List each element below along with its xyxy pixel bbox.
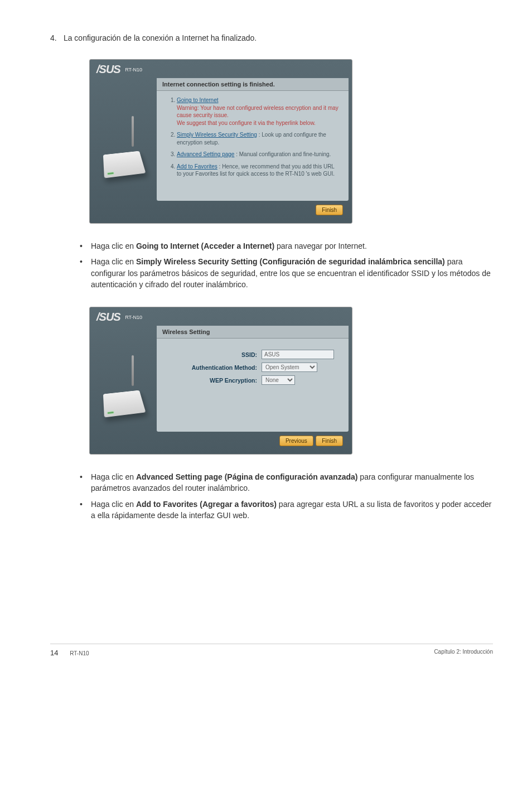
bullet-bold: Going to Internet (Acceder a Internet) (136, 241, 274, 250)
bullet-item: Haga clic en Simply Wireless Security Se… (75, 256, 493, 290)
bullet-item: Haga clic en Going to Internet (Acceder … (75, 240, 493, 252)
tab-header-1: Internet connection setting is finished. (157, 78, 349, 91)
add-to-favorites-link[interactable]: Add to Favorites (177, 163, 217, 170)
device-image-area (90, 78, 157, 223)
brand-logo: /SUS (96, 63, 120, 76)
bullet-bold: Advanced Setting page (Página de configu… (136, 472, 358, 481)
page-footer: 14 RT-N10 Capítulo 2: Introducción (50, 644, 493, 657)
model-label: RT-N10 (125, 315, 142, 320)
wireless-form: SSID: Authentication Method: Open System (157, 339, 349, 410)
list-item: Add to Favorites : Hence, we recommend t… (177, 163, 340, 178)
router-panel-1: /SUS RT-N10 Internet connection setting … (89, 59, 352, 224)
footer-left: 14 RT-N10 (50, 649, 89, 657)
bullet-bold: Simply Wireless Security Setting (Config… (136, 257, 445, 266)
content-box-2: Wireless Setting SSID: Authentication Me… (157, 326, 349, 432)
wireless-security-link[interactable]: Simply Wireless Security Setting (177, 132, 257, 138)
warning-text: Warning: Your have not configured wirele… (177, 104, 340, 119)
bullet-item: Haga clic en Add to Favorites (Agregar a… (75, 499, 493, 521)
step-text: La configuración de la conexión a Intern… (64, 33, 257, 42)
footer-right: Capítulo 2: Introducción (434, 649, 493, 657)
step-number: 4. (50, 33, 61, 42)
list-item: Simply Wireless Security Setting : Look … (177, 131, 340, 146)
bullet-bold: Add to Favorites (Agregar a favoritos) (136, 500, 277, 509)
list-item-tail: : Manual configuration and fine-tuning. (234, 151, 331, 157)
panel-logo: /SUS RT-N10 (90, 60, 352, 78)
router-icon (98, 116, 148, 183)
button-row: Previous Finish (157, 432, 349, 451)
router-panel-2: /SUS RT-N10 Wireless Setting SSID: (89, 307, 352, 455)
bullet-pre: Haga clic en (91, 472, 136, 481)
screenshot-1: /SUS RT-N10 Internet connection setting … (89, 59, 493, 224)
device-image-area (90, 326, 157, 454)
product-name: RT-N10 (70, 650, 89, 656)
bullet-pre: Haga clic en (91, 257, 136, 266)
list-item: Going to Internet Warning: Your have not… (177, 96, 340, 127)
finish-button[interactable]: Finish (316, 205, 343, 215)
tab-header-2: Wireless Setting (157, 326, 349, 339)
bullet-item: Haga clic en Advanced Setting page (Pági… (75, 471, 493, 494)
finish-button[interactable]: Finish (316, 436, 343, 446)
bullet-post: para navegar por Internet. (274, 241, 367, 250)
going-to-internet-link[interactable]: Going to Internet (177, 97, 219, 103)
finish-links-list: Going to Internet Warning: Your have not… (157, 91, 349, 191)
page-number: 14 (50, 649, 58, 657)
bullet-list-b: Haga clic en Advanced Setting page (Pági… (75, 471, 493, 521)
ssid-input[interactable] (262, 350, 334, 359)
router-icon (98, 355, 148, 422)
step-line: 4. La configuración de la conexión a Int… (50, 33, 493, 42)
wep-label: WEP Encryption: (165, 377, 262, 384)
auth-method-select[interactable]: Open System (262, 363, 317, 372)
model-label: RT-N10 (125, 67, 142, 73)
panel-logo: /SUS RT-N10 (90, 307, 352, 326)
button-row: Finish (157, 201, 349, 220)
ssid-label: SSID: (165, 351, 262, 358)
auth-method-label: Authentication Method: (165, 364, 262, 371)
advanced-setting-link[interactable]: Advanced Setting page (177, 151, 234, 157)
wep-select[interactable]: None (262, 375, 295, 385)
list-item: Advanced Setting page : Manual configura… (177, 151, 340, 158)
previous-button[interactable]: Previous (279, 436, 313, 446)
brand-logo: /SUS (96, 311, 120, 323)
screenshot-2: /SUS RT-N10 Wireless Setting SSID: (89, 307, 493, 455)
bullet-pre: Haga clic en (91, 500, 136, 509)
warning-text: We suggest that you configure it via the… (177, 119, 340, 127)
bullet-list-a: Haga clic en Going to Internet (Acceder … (75, 240, 493, 290)
content-box-1: Internet connection setting is finished.… (157, 78, 349, 201)
bullet-pre: Haga clic en (91, 241, 136, 250)
